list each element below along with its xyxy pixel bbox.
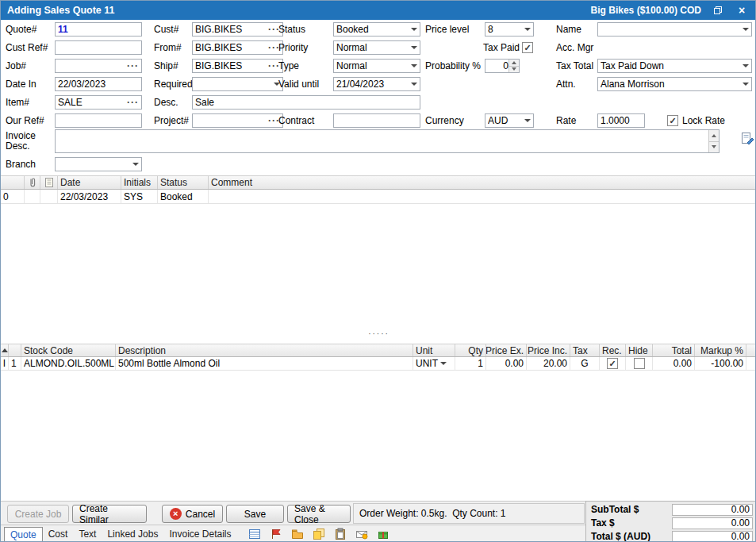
tab-quote[interactable]: Quote [4, 527, 43, 542]
save-button[interactable]: Save [226, 505, 284, 523]
create-job-button[interactable]: Create Job [7, 505, 69, 523]
marker-column-header[interactable] [1, 344, 9, 356]
close-button[interactable]: × [735, 3, 749, 17]
status-column-header[interactable]: Status [158, 176, 209, 189]
note-column-header[interactable] [40, 176, 58, 189]
markup-column-header[interactable]: Markup % [695, 344, 746, 356]
splitter-handle[interactable]: ····· [1, 326, 756, 340]
lock-rate-checkbox[interactable]: ✓ [667, 115, 678, 126]
job-input[interactable]: ··· [55, 59, 142, 73]
rec-checkbox[interactable]: ✓ [607, 358, 618, 369]
scroll-down-button[interactable] [709, 141, 719, 153]
project-input[interactable]: ··· [192, 113, 283, 128]
item-qty-cell[interactable]: 1 [455, 357, 486, 370]
status-select[interactable]: Booked [333, 22, 420, 37]
price-ex-column-header[interactable]: Price Ex. [486, 344, 527, 356]
initials-column-header[interactable]: Initials [121, 176, 158, 189]
qty-column-header[interactable]: Qty [455, 344, 486, 356]
restore-button[interactable] [711, 3, 725, 17]
comment-table-row[interactable]: 0 22/03/2023 SYS Booked [1, 190, 756, 204]
tax-column-header[interactable]: Tax [570, 344, 600, 356]
tab-invoice-details[interactable]: Invoice Details [163, 527, 236, 542]
tab-linked-jobs[interactable]: Linked Jobs [102, 527, 163, 542]
comment-attachment-cell[interactable] [25, 190, 40, 203]
stock-group-button[interactable] [375, 526, 391, 542]
item-input[interactable]: SALE··· [55, 95, 142, 110]
edit-invoice-desc-button[interactable] [739, 131, 755, 147]
unit-column-header[interactable]: Unit [413, 344, 455, 356]
paste-button[interactable] [332, 526, 348, 542]
item-hide-cell[interactable] [626, 357, 653, 370]
item-row-num[interactable]: 1 [9, 357, 21, 370]
price-inc-column-header[interactable]: Price Inc. [527, 344, 570, 356]
lookup-icon[interactable]: ··· [127, 97, 139, 108]
cust-ref-input[interactable] [55, 40, 142, 55]
attachment-column-header[interactable] [25, 176, 40, 189]
item-tax-cell[interactable]: G [570, 357, 600, 370]
rate-input[interactable]: 1.0000 [597, 113, 645, 128]
comment-column-header[interactable]: Comment [209, 176, 756, 189]
tab-cost[interactable]: Cost [43, 527, 74, 542]
currency-select[interactable]: AUD [485, 113, 534, 128]
our-ref-input[interactable] [55, 113, 142, 128]
item-price-inc-cell[interactable]: 20.00 [527, 357, 570, 370]
date-column-header[interactable]: Date [58, 176, 121, 189]
create-similar-button[interactable]: Create Similar [72, 505, 147, 523]
name-select[interactable] [597, 22, 752, 37]
hide-column-header[interactable]: Hide [626, 344, 653, 356]
item-description-cell[interactable]: 500ml Bottle Almond Oil [116, 357, 413, 370]
priority-select[interactable]: Normal [333, 40, 420, 55]
item-unit-cell[interactable]: UNIT [413, 357, 455, 370]
lookup-icon[interactable]: ··· [127, 60, 139, 71]
save-close-button[interactable]: Save & Close [287, 505, 351, 523]
cancel-button[interactable]: ×Cancel [162, 505, 223, 523]
row-num-column-header[interactable] [9, 344, 21, 356]
item-stock-code-cell[interactable]: ALMOND.OIL.500ML··· [21, 357, 116, 370]
comment-text-cell[interactable] [209, 190, 756, 203]
tax-total-select[interactable]: Tax Paid Down [597, 59, 752, 73]
contract-input[interactable] [333, 113, 420, 128]
report-button[interactable] [247, 526, 263, 542]
item-value: SALE [58, 97, 125, 108]
type-select[interactable]: Normal [333, 59, 420, 73]
from-input[interactable]: BIG.BIKES··· [192, 40, 283, 55]
restore-icon [713, 6, 723, 15]
comment-date-cell[interactable]: 22/03/2023 [58, 190, 121, 203]
comment-initials-cell[interactable]: SYS [121, 190, 158, 203]
description-column-header[interactable]: Description [116, 344, 413, 356]
tab-text[interactable]: Text [73, 527, 102, 542]
hide-checkbox[interactable] [634, 358, 645, 369]
item-table-row[interactable]: I 1 ALMOND.OIL.500ML··· 500ml Bottle Alm… [1, 357, 756, 371]
stock-code-column-header[interactable]: Stock Code [21, 344, 116, 356]
date-in-input[interactable]: 22/03/2023 [55, 77, 142, 91]
item-total-cell[interactable]: 0.00 [653, 357, 695, 370]
cust-input[interactable]: BIG.BIKES··· [192, 22, 283, 37]
item-markup-cell[interactable]: -100.00 [695, 357, 746, 370]
comment-row-num[interactable]: 0 [1, 190, 25, 203]
scroll-up-button[interactable] [709, 130, 719, 141]
row-indicator-column-header[interactable] [1, 176, 25, 189]
probability-input[interactable]: 0 [485, 59, 520, 73]
attn-select[interactable]: Alana Morrison [597, 77, 752, 91]
valid-until-select[interactable]: 21/04/2023 [333, 77, 420, 91]
copy-button[interactable] [311, 526, 327, 542]
comment-status-cell[interactable]: Booked [158, 190, 209, 203]
desc-input[interactable]: Sale [192, 95, 420, 110]
required-select[interactable] [192, 77, 283, 91]
invoice-desc-input[interactable] [55, 129, 720, 153]
item-price-ex-cell[interactable]: 0.00 [486, 357, 527, 370]
quote-input[interactable]: 11 [55, 22, 142, 37]
total-column-header[interactable]: Total [653, 344, 695, 356]
comment-note-cell[interactable] [40, 190, 58, 203]
folder-button[interactable] [290, 526, 305, 542]
tax-paid-checkbox[interactable]: ✓ [522, 42, 533, 53]
flag-button[interactable] [268, 526, 284, 542]
ship-input[interactable]: BIG.BIKES··· [192, 59, 283, 73]
rec-column-header[interactable]: Rec. [600, 344, 626, 356]
branch-select[interactable] [55, 157, 142, 171]
spin-down-button[interactable] [509, 66, 519, 73]
item-rec-cell[interactable]: ✓ [600, 357, 626, 370]
email-button[interactable] [354, 526, 370, 542]
price-level-select[interactable]: 8 [485, 22, 534, 37]
spin-up-button[interactable] [509, 60, 519, 66]
